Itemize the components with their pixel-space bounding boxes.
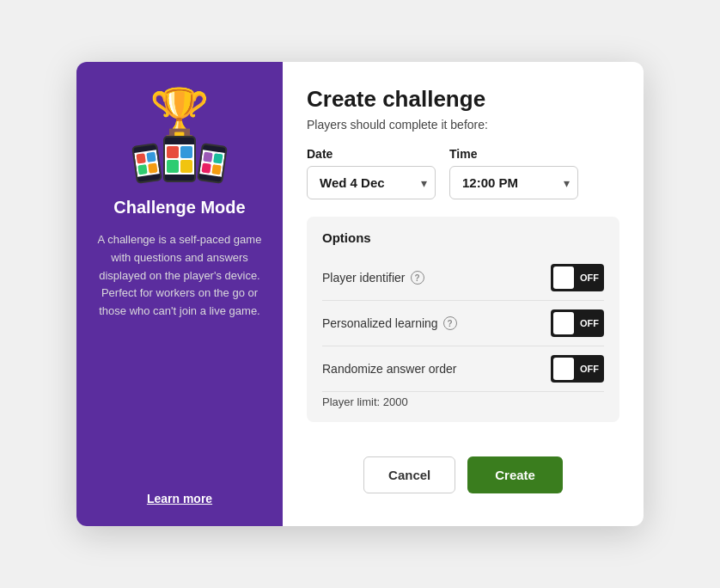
player-identifier-help-icon[interactable]: ? — [411, 271, 424, 285]
right-panel: Create challenge Players should complete… — [283, 62, 644, 526]
trophy-area: 🏆 — [134, 89, 225, 182]
modal-subtitle: Players should complete it before: — [307, 118, 619, 132]
option-label-player-identifier: Player identifier ? — [322, 271, 424, 285]
personalized-learning-help-icon[interactable]: ? — [443, 316, 457, 330]
modal-footer: Cancel Create — [307, 439, 619, 511]
date-select-wrapper: Wed 4 Dec Thu 5 Dec Fri 6 Dec Sat 7 Dec … — [307, 166, 436, 199]
player-limit: Player limit: 2000 — [322, 392, 604, 408]
randomize-answer-toggle-label: OFF — [580, 364, 599, 374]
modal-container: 🏆 — [76, 62, 644, 526]
option-label-personalized-learning: Personalized learning ? — [322, 316, 457, 330]
phone-left — [131, 143, 162, 184]
personalized-learning-toggle[interactable]: OFF — [551, 309, 604, 337]
cancel-button[interactable]: Cancel — [363, 456, 455, 493]
randomize-answer-toggle[interactable]: OFF — [551, 355, 604, 383]
personalized-learning-toggle-label: OFF — [580, 318, 599, 328]
trophy-icon: 🏆 — [149, 89, 210, 138]
learn-more-link[interactable]: Learn more — [147, 471, 212, 505]
phone-right — [197, 143, 228, 184]
time-label: Time — [449, 147, 578, 161]
left-panel: 🏆 — [76, 62, 283, 526]
time-field-group: Time 12:00 PM 12:30 PM 1:00 PM 1:30 PM ▾ — [449, 147, 578, 199]
player-identifier-toggle[interactable]: OFF — [551, 264, 604, 291]
option-row-randomize-answer: Randomize answer order OFF — [322, 346, 604, 392]
date-label: Date — [307, 147, 436, 161]
left-panel-title: Challenge Mode — [113, 198, 245, 217]
player-identifier-toggle-label: OFF — [580, 273, 599, 283]
option-row-personalized-learning: Personalized learning ? OFF — [322, 301, 604, 346]
date-field-group: Date Wed 4 Dec Thu 5 Dec Fri 6 Dec Sat 7… — [307, 147, 436, 199]
date-time-row: Date Wed 4 Dec Thu 5 Dec Fri 6 Dec Sat 7… — [307, 147, 619, 199]
option-label-randomize-answer: Randomize answer order — [322, 362, 456, 376]
option-row-player-identifier: Player identifier ? OFF — [322, 255, 604, 301]
time-select-wrapper: 12:00 PM 12:30 PM 1:00 PM 1:30 PM ▾ — [449, 166, 578, 199]
date-select[interactable]: Wed 4 Dec Thu 5 Dec Fri 6 Dec Sat 7 Dec — [307, 166, 436, 199]
time-select[interactable]: 12:00 PM 12:30 PM 1:00 PM 1:30 PM — [449, 166, 578, 199]
phone-center — [163, 136, 196, 182]
left-panel-description: A challenge is a self-paced game with qu… — [94, 231, 265, 321]
options-section: Options Player identifier ? OFF Personal… — [307, 217, 619, 422]
modal-title: Create challenge — [307, 86, 619, 113]
phones-area — [134, 136, 225, 182]
options-title: Options — [322, 230, 604, 245]
create-button[interactable]: Create — [467, 456, 563, 493]
